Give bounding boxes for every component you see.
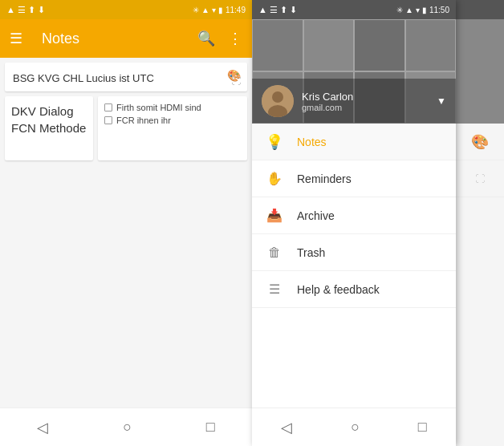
search-icon[interactable]: 🔍 [197,30,215,47]
note-body-left: DKV Dialog FCN Methode [11,104,86,135]
menu-label-trash: Trash [297,246,325,259]
menu-label-notes: Notes [297,136,327,148]
avatar[interactable] [262,85,294,117]
note-card-right[interactable]: Firth somit HDMI sind FCR ihnen ihr [98,96,247,160]
help-icon: ☰ [265,282,284,297]
user-email: gmail.com [302,103,429,112]
thumb-3 [354,19,405,71]
avatar-svg [262,85,294,117]
menu-item-notes[interactable]: 💡 Notes [252,124,456,160]
menu-item-archive[interactable]: 📥 Archive [252,197,456,234]
menu-item-reminders[interactable]: ✋ Reminders [252,160,456,197]
status-left-icons: ▲ ☰ ⬆ ⬇ [6,5,45,15]
toolbar-left: ☰ Notes 🔍 ⋮ [0,19,252,58]
avatar-img [262,85,294,117]
drawer-menu: 💡 Notes ✋ Reminders 📥 Archive 🗑 Trash ☰ … [252,124,456,407]
checkbox-1 [104,103,112,112]
time-left: 11:49 [226,6,246,14]
dropdown-icon[interactable]: ▼ [437,95,446,107]
drawer-header: Kris Carlon gmail.com ▼ [252,19,456,124]
note-title: BSG KVG CHL Lucius ist UTC [13,72,154,84]
recent-button-right[interactable]: □ [418,419,427,436]
status-bar-left: ▲ ☰ ⬆ ⬇ ✳ ▲ ▾ ▮ 11:49 [0,0,252,19]
notes-list: BSG KVG CHL Lucius ist UTC 🎨 ⛶ DKV Dialo… [0,58,252,407]
trash-icon: 🗑 [265,245,284,260]
nav-drawer: ▲ ☰ ⬆ ⬇ ✳ ▲ ▾ ▮ 11:50 [252,0,456,446]
bt-icon-right: ✳ [396,6,403,14]
checkbox-2 [104,116,112,124]
menu-icon[interactable]: ☰ [10,30,22,47]
thumb-1 [252,19,303,71]
note-card-row: DKV Dialog FCN Methode Firth somit HDMI … [5,96,247,160]
back-button-left[interactable]: ◁ [37,419,48,436]
nav-bar-left: ◁ ○ □ [0,407,252,446]
left-panel: ▲ ☰ ⬆ ⬇ ✳ ▲ ▾ ▮ 11:49 ☰ Notes 🔍 ⋮ BSG KV… [0,0,252,446]
nav-bar-right: ◁ ○ □ [252,407,456,446]
checklist-text-1: Firth somit HDMI sind [116,103,201,112]
expand-icon[interactable]: ⛶ [231,75,241,87]
wifi-icon: ▾ [212,6,216,14]
menu-label-archive: Archive [297,209,335,222]
reminders-icon: ✋ [265,171,284,186]
thumb-2 [303,19,355,71]
checklist-item: Firth somit HDMI sind [104,103,241,112]
checklist-text-2: FCR ihnen ihr [116,116,171,125]
more-icon[interactable]: ⋮ [228,30,242,47]
menu-label-reminders: Reminders [297,172,352,185]
menu-item-trash[interactable]: 🗑 Trash [252,234,456,271]
thumb-4 [405,19,457,71]
home-button-left[interactable]: ○ [123,419,132,436]
menu-label-help: Help & feedback [297,283,380,296]
right-panel: 🎨 ⛶ ▲ ☰ ⬆ ⬇ ✳ ▲ ▾ ▮ 11:50 [252,0,504,446]
palette-right-icon: 🎨 [456,124,504,160]
user-name: Kris Carlon [302,91,429,103]
battery-icon: ▮ [218,6,223,14]
note-card[interactable]: BSG KVG CHL Lucius ist UTC 🎨 ⛶ [5,63,247,91]
drawer-right-toolbar [456,19,504,124]
note-card-left[interactable]: DKV Dialog FCN Methode [5,96,93,160]
recent-button-left[interactable]: □ [206,419,215,436]
home-button-right[interactable]: ○ [351,419,360,436]
expand-right-icon: ⛶ [456,160,504,197]
signal-icon: ▲ [201,6,209,14]
drawer-right-statusbar [456,0,504,19]
menu-item-help[interactable]: ☰ Help & feedback [252,271,456,308]
time-right: 11:50 [429,6,449,14]
wifi-icon-right: ▾ [416,6,420,14]
notes-icon: 💡 [265,133,284,151]
status-bar-right: ▲ ☰ ⬆ ⬇ ✳ ▲ ▾ ▮ 11:50 [252,0,456,19]
page-title: Notes [42,30,185,47]
user-overlay: Kris Carlon gmail.com ▼ [252,79,456,124]
user-info: Kris Carlon gmail.com [302,91,429,112]
svg-point-1 [272,91,283,103]
back-button-right[interactable]: ◁ [281,419,292,436]
drawer-right-strip: 🎨 ⛶ [456,0,504,446]
archive-icon: 📥 [265,208,284,223]
battery-icon-right: ▮ [422,6,427,14]
bluetooth-icon: ✳ [193,6,199,14]
signal-icon-right: ▲ [405,6,413,14]
checklist-item: FCR ihnen ihr [104,116,241,125]
status-right-icons: ▲ ☰ ⬆ ⬇ [258,5,297,15]
